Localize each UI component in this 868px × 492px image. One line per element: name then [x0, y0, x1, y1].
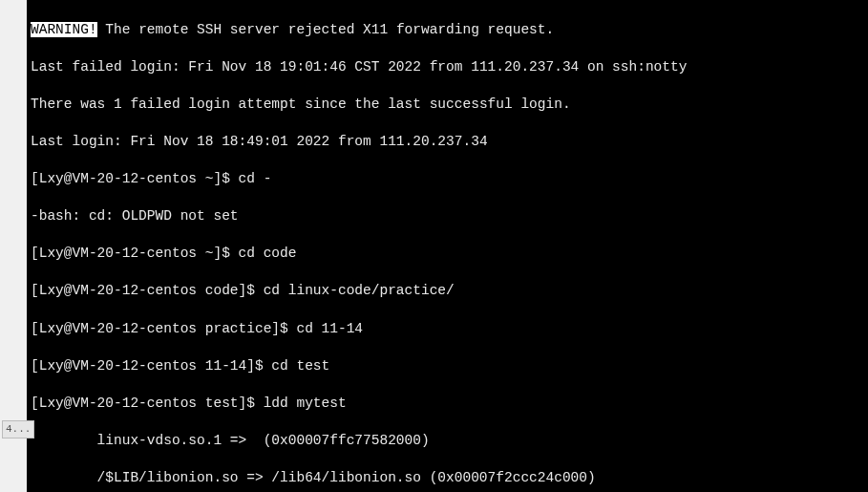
warning-line: WARNING! The remote SSH server rejected …: [31, 21, 864, 40]
prompt: [Lxy@VM-20-12-centos ~]$: [31, 171, 239, 186]
cmd-line: [Lxy@VM-20-12-centos ~]$ cd -: [31, 170, 864, 189]
command: cd 11-14: [296, 321, 363, 336]
ldd-output: /$LIB/libonion.so => /lib64/libonion.so …: [31, 469, 864, 488]
warning-tag: WARNING!: [31, 22, 97, 37]
command: ldd mytest: [264, 396, 347, 411]
cmd-line: [Lxy@VM-20-12-centos 11-14]$ cd test: [31, 357, 864, 376]
warning-msg: The remote SSH server rejected X11 forwa…: [97, 22, 555, 37]
prompt: [Lxy@VM-20-12-centos test]$: [31, 396, 264, 411]
cmd-line: [Lxy@VM-20-12-centos test]$ ldd mytest: [31, 395, 864, 414]
cmd-line: [Lxy@VM-20-12-centos code]$ cd linux-cod…: [31, 282, 864, 301]
terminal[interactable]: WARNING! The remote SSH server rejected …: [27, 0, 868, 492]
last-login: Last login: Fri Nov 18 18:49:01 2022 fro…: [31, 133, 864, 152]
cmd-line: [Lxy@VM-20-12-centos ~]$ cd code: [31, 245, 864, 264]
prompt: [Lxy@VM-20-12-centos 11-14]$: [31, 358, 271, 374]
last-failed-login: Last failed login: Fri Nov 18 19:01:46 C…: [31, 58, 864, 77]
cmd-line: [Lxy@VM-20-12-centos practice]$ cd 11-14: [31, 320, 864, 339]
prompt: [Lxy@VM-20-12-centos code]$: [31, 283, 264, 298]
prompt: [Lxy@VM-20-12-centos practice]$: [31, 321, 296, 336]
command: cd test: [271, 358, 329, 374]
command: cd linux-code/practice/: [264, 283, 455, 298]
output-line: -bash: cd: OLDPWD not set: [31, 207, 864, 226]
sidebar-tab[interactable]: 4...: [2, 420, 34, 439]
prompt: [Lxy@VM-20-12-centos ~]$: [31, 246, 239, 261]
command: cd code: [239, 246, 297, 261]
failed-attempts: There was 1 failed login attempt since t…: [31, 96, 864, 115]
ldd-output: linux-vdso.so.1 => (0x00007ffc77582000): [31, 432, 864, 451]
command: cd -: [239, 171, 272, 186]
editor-gutter: 4...: [0, 0, 27, 492]
